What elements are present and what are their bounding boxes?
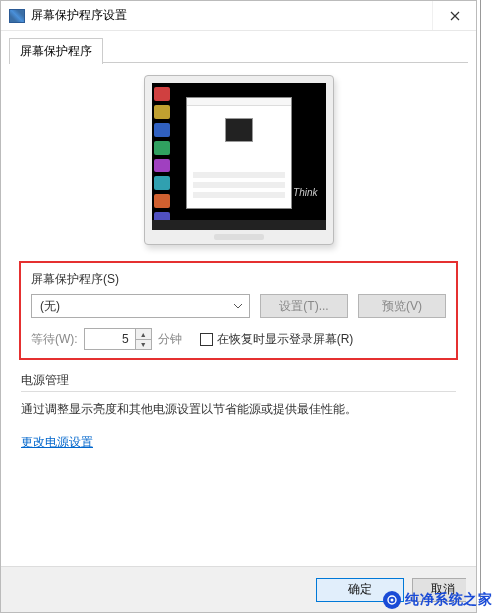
wait-unit: 分钟 <box>158 331 182 348</box>
screensaver-dropdown[interactable]: (无) <box>31 294 250 318</box>
window-title: 屏幕保护程序设置 <box>31 7 432 24</box>
preview-button[interactable]: 预览(V) <box>358 294 446 318</box>
close-icon <box>450 11 460 21</box>
screensaver-settings-window: 屏幕保护程序设置 屏幕保护程序 Thi <box>0 0 477 613</box>
power-description: 通过调整显示亮度和其他电源设置以节省能源或提供最佳性能。 <box>21 400 456 418</box>
ok-button[interactable]: 确定 <box>316 578 404 602</box>
resume-checkbox[interactable]: 在恢复时显示登录屏幕(R) <box>200 331 354 348</box>
power-heading: 电源管理 <box>21 372 456 389</box>
app-icon <box>9 9 25 23</box>
dialog-content: Think 屏幕保护程序(S) (无) 设置(T)... 预览(V) 等待(W)… <box>1 63 476 566</box>
spin-down[interactable]: ▼ <box>135 339 151 349</box>
cancel-button[interactable]: 取消 <box>412 578 466 602</box>
right-edge <box>480 0 500 600</box>
tab-strip: 屏幕保护程序 <box>1 31 476 63</box>
spin-up[interactable]: ▲ <box>135 329 151 339</box>
dropdown-value: (无) <box>40 298 60 315</box>
screensaver-row: (无) 设置(T)... 预览(V) <box>31 294 446 318</box>
section-label: 屏幕保护程序(S) <box>31 271 446 288</box>
monitor-screen: Think <box>152 83 326 230</box>
wait-row: 等待(W): ▲ ▼ 分钟 在恢复时显示登录屏幕(R) <box>31 328 446 350</box>
wait-input[interactable] <box>85 329 135 349</box>
wait-spinner[interactable]: ▲ ▼ <box>84 328 152 350</box>
dialog-button-bar: 确定 取消 <box>1 566 476 612</box>
desktop-icons <box>152 83 178 230</box>
chevron-down-icon <box>233 303 243 309</box>
brand-text: Think <box>293 187 317 198</box>
power-section: 电源管理 通过调整显示亮度和其他电源设置以节省能源或提供最佳性能。 更改电源设置 <box>19 372 458 451</box>
titlebar: 屏幕保护程序设置 <box>1 1 476 31</box>
checkbox-label: 在恢复时显示登录屏幕(R) <box>217 331 354 348</box>
preview-inner-window <box>186 97 292 209</box>
wait-label: 等待(W): <box>31 331 78 348</box>
close-button[interactable] <box>432 1 476 30</box>
divider <box>21 391 456 392</box>
taskbar <box>152 220 326 230</box>
monitor-frame: Think <box>144 75 334 245</box>
monitor-preview: Think <box>19 75 458 245</box>
power-settings-link[interactable]: 更改电源设置 <box>21 435 93 449</box>
settings-button[interactable]: 设置(T)... <box>260 294 348 318</box>
tab-screensaver[interactable]: 屏幕保护程序 <box>9 38 103 64</box>
screensaver-section: 屏幕保护程序(S) (无) 设置(T)... 预览(V) 等待(W): ▲ ▼ <box>19 261 458 360</box>
checkbox-box <box>200 333 213 346</box>
